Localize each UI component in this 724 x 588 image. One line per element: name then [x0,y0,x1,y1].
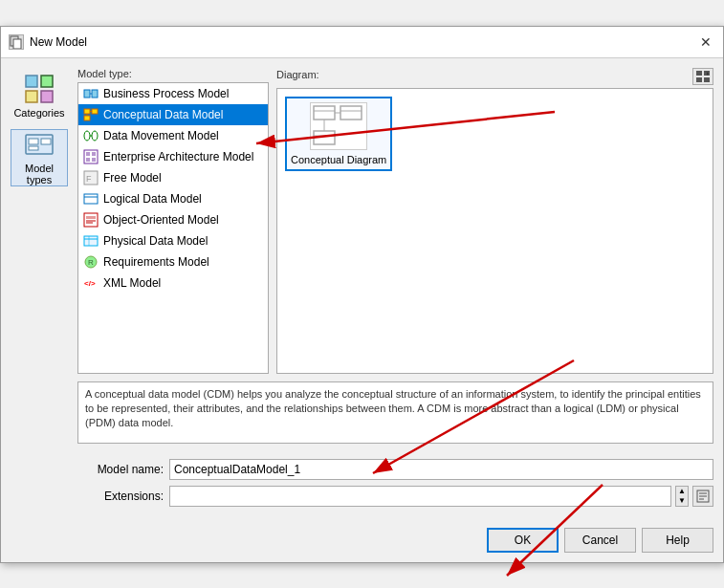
conceptual-diagram-image [310,102,367,150]
diagram-area: Conceptual Diagram [276,88,713,374]
xml-label: XML Model [103,276,161,290]
pdm-icon [83,233,99,249]
svg-rect-2 [26,76,37,87]
eam-icon [83,149,99,164]
free-icon: F [83,170,99,185]
model-type-label: Model type: [77,68,269,79]
svg-rect-45 [314,106,335,120]
req-icon: R [83,254,99,270]
svg-rect-11 [92,90,98,98]
description-box: A conceptual data model (CDM) helps you … [77,381,713,444]
svg-rect-24 [86,158,90,162]
svg-rect-13 [84,109,90,114]
help-button[interactable]: Help [642,528,713,553]
cdm-label: Conceptual Data Model [103,108,223,121]
ldm-label: Logical Data Model [103,192,202,206]
svg-rect-34 [84,236,98,246]
svg-rect-15 [84,116,90,120]
main-area: Model type: [77,68,713,553]
svg-point-18 [84,131,90,141]
svg-text:R: R [88,258,94,267]
model-type-list[interactable]: Business Process Model [77,82,269,374]
conceptual-diagram-label: Conceptual Diagram [291,154,386,165]
svg-text:F: F [86,174,92,184]
svg-rect-9 [29,146,38,150]
extensions-browse-button[interactable] [692,486,713,507]
cancel-button[interactable]: Cancel [564,528,636,553]
sidebar-label-model-types: Model types [11,163,67,185]
layout: Categories Model types [11,68,713,553]
bpm-icon [83,86,99,101]
svg-rect-3 [26,91,37,102]
svg-text:</>: </> [84,279,96,288]
extensions-spin-down[interactable]: ▼ [676,496,688,506]
model-type-dmm[interactable]: Data Movement Model [78,125,268,146]
sidebar: Categories Model types [11,68,70,553]
svg-rect-14 [92,109,98,114]
svg-rect-31 [86,216,96,219]
model-type-cdm[interactable]: Conceptual Data Model [78,104,268,125]
svg-rect-42 [696,77,702,82]
extensions-spinner: ▲ ▼ [675,486,689,507]
new-model-icon [9,34,24,50]
window-title: New Model [30,35,87,49]
model-types-icon [24,129,55,160]
dmm-icon [83,128,99,143]
diagram-panel-header: Diagram: [276,68,713,85]
model-type-oom[interactable]: Object-Oriented Model [78,209,268,230]
svg-rect-49 [314,131,335,144]
pdm-label: Physical Data Model [103,234,208,248]
diagram-view-button[interactable] [692,68,713,85]
ldm-icon [83,191,99,207]
svg-rect-30 [84,213,98,227]
sidebar-item-categories[interactable]: Categories [11,68,68,125]
sidebar-label-categories: Categories [13,107,64,119]
ok-button[interactable]: OK [487,528,559,553]
oom-label: Object-Oriented Model [103,213,219,227]
model-name-row: Model name: [77,459,713,480]
req-label: Requirements Model [103,255,209,269]
dialog-body: Categories Model types [1,58,723,562]
new-model-dialog: New Model ✕ [0,26,724,563]
extensions-spin-up[interactable]: ▲ [676,487,688,496]
extensions-controls: ▲ ▼ [169,486,713,507]
conceptual-diagram-thumb[interactable]: Conceptual Diagram [285,97,392,171]
bpm-label: Business Process Model [103,87,229,100]
svg-rect-1 [13,39,21,49]
dmm-label: Data Movement Model [103,129,219,142]
sidebar-item-model-types[interactable]: Model types [11,129,68,186]
extensions-label: Extensions: [77,490,164,503]
extensions-row: Extensions: ▲ ▼ [77,486,713,507]
model-type-req[interactable]: R Requirements Model [78,251,268,272]
svg-rect-5 [41,91,53,102]
svg-rect-28 [84,194,98,204]
titlebar-left: New Model [9,34,87,50]
model-type-eam[interactable]: Enterprise Architecture Model [78,146,268,167]
categories-icon [24,74,55,104]
eam-label: Enterprise Architecture Model [103,150,253,163]
model-type-ldm[interactable]: Logical Data Model [78,188,268,209]
svg-rect-25 [92,158,96,162]
close-button[interactable]: ✕ [696,33,715,52]
model-type-free[interactable]: F Free Model [78,167,268,188]
cdm-icon [83,107,99,122]
buttons-row: OK Cancel Help [77,528,713,553]
extensions-input[interactable] [169,486,671,507]
svg-rect-40 [696,71,702,76]
model-name-input[interactable] [169,459,713,480]
model-type-bpm[interactable]: Business Process Model [78,83,268,104]
free-label: Free Model [103,171,162,185]
svg-rect-43 [704,77,710,82]
xml-icon: </> [83,275,99,291]
oom-icon [83,212,99,228]
svg-rect-7 [29,139,38,144]
svg-rect-8 [41,139,51,144]
titlebar: New Model ✕ [1,27,723,58]
model-type-pdm[interactable]: Physical Data Model [78,230,268,251]
diagram-panel: Diagram: [276,68,713,374]
svg-point-19 [92,131,98,141]
model-type-xml[interactable]: </> XML Model [78,272,268,294]
diagram-label: Diagram: [276,69,319,80]
svg-rect-4 [41,76,53,87]
model-type-panel: Model type: [77,68,269,374]
